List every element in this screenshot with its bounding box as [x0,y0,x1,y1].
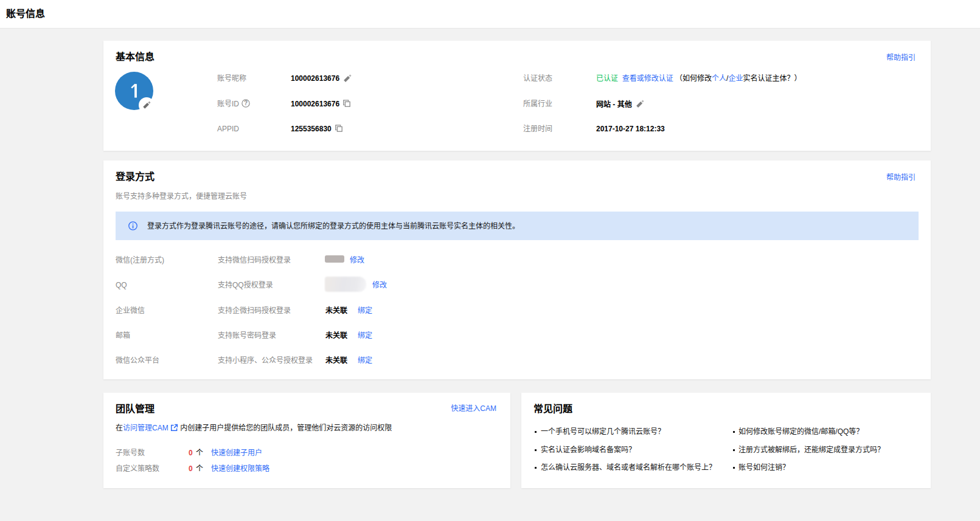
svg-text:?: ? [244,100,248,106]
